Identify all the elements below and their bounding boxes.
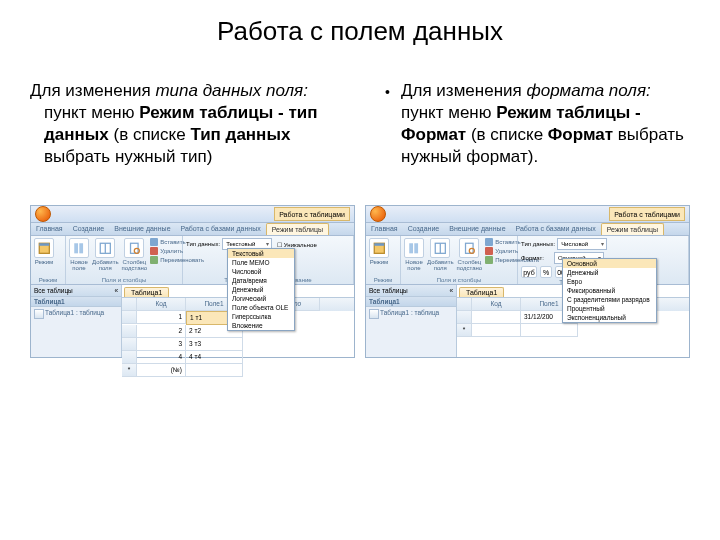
- contextual-tab-title: Работа с таблицами: [274, 207, 350, 221]
- tab-create[interactable]: Создание: [403, 223, 445, 235]
- svg-rect-1: [39, 243, 49, 246]
- unique-checkbox[interactable]: ☐ Уникальное: [277, 241, 317, 248]
- object-tab[interactable]: Таблица1: [124, 287, 169, 297]
- ribbon-tabs: Главная Создание Внешние данные Работа с…: [31, 223, 354, 236]
- chevron-down-icon[interactable]: «: [114, 287, 118, 294]
- datatype-dropdown[interactable]: Числовой: [557, 238, 607, 250]
- tab-create[interactable]: Создание: [68, 223, 110, 235]
- navigation-pane: Все таблицы« Таблица1 Таблица1 : таблица: [31, 285, 122, 357]
- lookup-column-icon[interactable]: [459, 238, 479, 258]
- new-field-icon[interactable]: [69, 238, 89, 258]
- right-column: • Для изменения формата поля: пункт меню…: [375, 63, 690, 185]
- navigation-pane: Все таблицы« Таблица1 Таблица1 : таблица: [366, 285, 457, 357]
- svg-rect-10: [409, 243, 413, 253]
- new-field-icon[interactable]: [404, 238, 424, 258]
- nav-table-item[interactable]: Таблица1 : таблица: [31, 307, 121, 318]
- object-tab[interactable]: Таблица1: [459, 287, 504, 297]
- office-button-icon[interactable]: [370, 206, 386, 222]
- nav-table-item[interactable]: Таблица1 : таблица: [366, 307, 456, 318]
- svg-rect-2: [74, 243, 78, 253]
- svg-rect-3: [79, 243, 83, 253]
- office-button-icon[interactable]: [35, 206, 51, 222]
- contextual-tab-title: Работа с таблицами: [609, 207, 685, 221]
- svg-rect-9: [374, 243, 384, 246]
- add-fields-icon[interactable]: [95, 238, 115, 258]
- datatype-label: Тип данных:: [521, 241, 555, 247]
- tab-datasheet[interactable]: Режим таблицы: [601, 223, 664, 235]
- slide-title: Работа с полем данных: [30, 16, 690, 47]
- tab-dbtools[interactable]: Работа с базами данных: [511, 223, 601, 235]
- ribbon: Режим Режим Новое поле Добавить поля Сто…: [366, 236, 689, 285]
- view-icon[interactable]: [369, 238, 389, 258]
- screenshot-left: Работа с таблицами Главная Создание Внеш…: [30, 205, 355, 358]
- datatype-label: Тип данных:: [186, 241, 220, 247]
- screenshot-right: Работа с таблицами Главная Создание Внеш…: [365, 205, 690, 358]
- format-label: Формат:: [521, 255, 544, 261]
- ribbon: Режим Режим Новое поле Добавить поля Сто…: [31, 236, 354, 285]
- tab-external[interactable]: Внешние данные: [109, 223, 175, 235]
- percent-format-icon[interactable]: %: [540, 266, 552, 278]
- tab-datasheet[interactable]: Режим таблицы: [266, 223, 329, 235]
- tab-external[interactable]: Внешние данные: [444, 223, 510, 235]
- view-icon[interactable]: [34, 238, 54, 258]
- format-dropdown-list[interactable]: Основной Денежный Евро Фиксированный С р…: [562, 258, 657, 323]
- svg-rect-11: [414, 243, 418, 253]
- currency-format-icon[interactable]: руб: [521, 266, 537, 278]
- datatype-dropdown-list[interactable]: Текстовый Поле МЕМО Числовой Дата/время …: [227, 248, 295, 331]
- tab-home[interactable]: Главная: [366, 223, 403, 235]
- chevron-down-icon[interactable]: «: [449, 287, 453, 294]
- tab-dbtools[interactable]: Работа с базами данных: [176, 223, 266, 235]
- tab-home[interactable]: Главная: [31, 223, 68, 235]
- left-column: Для изменения типа данных поля: пункт ме…: [30, 63, 345, 185]
- bullet-icon: •: [385, 83, 390, 101]
- add-fields-icon[interactable]: [430, 238, 450, 258]
- ribbon-tabs: Главная Создание Внешние данные Работа с…: [366, 223, 689, 236]
- lookup-column-icon[interactable]: [124, 238, 144, 258]
